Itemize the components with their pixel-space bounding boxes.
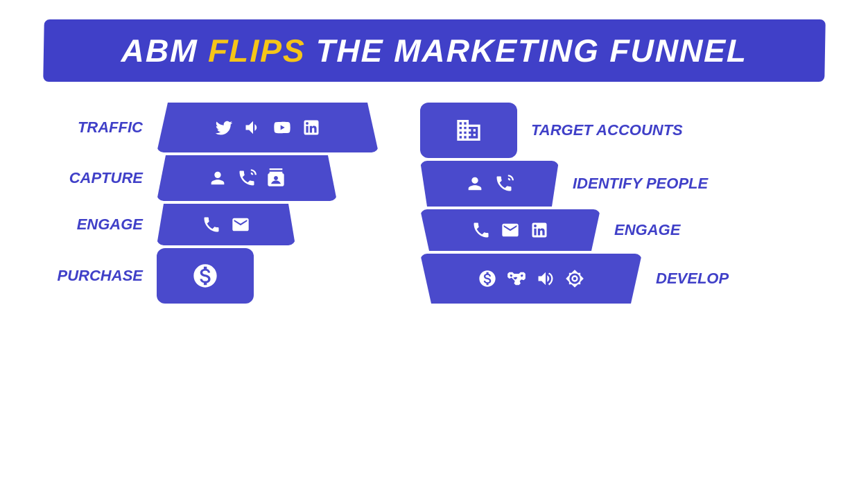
left-funnel: TRAFFIC bbox=[46, 103, 379, 306]
label-capture: CAPTURE bbox=[46, 169, 143, 187]
funnel-row-capture: CAPTURE bbox=[46, 155, 337, 201]
funnel-row-purchase: PURCHASE bbox=[46, 248, 254, 304]
header-prefix: ABM bbox=[121, 33, 208, 69]
funnel-tier3 bbox=[157, 204, 295, 245]
person2-icon bbox=[465, 174, 485, 193]
funnel-row-engage: ENGAGE bbox=[46, 204, 295, 245]
email2-icon bbox=[501, 220, 520, 240]
header-title: ABM FLIPS THE MARKETING FUNNEL bbox=[121, 33, 747, 69]
pyramid-row-engage-right: ENGAGE bbox=[420, 209, 781, 251]
linkedin2-icon bbox=[530, 220, 549, 240]
dollar-icon bbox=[191, 262, 219, 290]
phone-ring2-icon bbox=[494, 174, 514, 193]
funnel-row-traffic: TRAFFIC bbox=[46, 103, 379, 152]
pyramid-row-identify: IDENTIFY PEOPLE bbox=[420, 161, 739, 207]
label-traffic: TRAFFIC bbox=[46, 119, 143, 137]
phone-icon bbox=[202, 215, 221, 234]
twitter-icon bbox=[214, 118, 234, 137]
pyramid-tier2 bbox=[420, 161, 559, 207]
building-icon bbox=[455, 116, 483, 144]
person-gear-icon bbox=[565, 269, 584, 288]
right-pyramid: TARGET ACCOUNTS IDENTIFY PEOPLE bbox=[420, 103, 822, 306]
funnel-tier4 bbox=[157, 248, 254, 304]
dollar2-icon bbox=[478, 269, 497, 288]
phone2-icon bbox=[471, 220, 491, 240]
label-engage: ENGAGE bbox=[46, 216, 143, 234]
pyramid-row-develop: DEVELOP bbox=[420, 254, 822, 304]
label-target-accounts: TARGET ACCOUNTS bbox=[531, 121, 697, 139]
label-develop: DEVELOP bbox=[656, 270, 822, 288]
pyramid-tier3 bbox=[420, 209, 600, 251]
pyramid-tier4 bbox=[420, 254, 642, 304]
youtube-icon bbox=[272, 118, 292, 137]
label-identify-people: IDENTIFY PEOPLE bbox=[573, 175, 739, 193]
pyramid-tier1 bbox=[420, 103, 517, 158]
header-highlight: FLIPS bbox=[207, 33, 305, 69]
header-suffix: THE MARKETING FUNNEL bbox=[305, 33, 747, 69]
megaphone-icon bbox=[243, 118, 263, 137]
email-icon bbox=[231, 215, 250, 234]
phone-ring-icon bbox=[237, 168, 257, 188]
contacts-icon bbox=[266, 168, 286, 188]
page-container: ABM FLIPS THE MARKETING FUNNEL TRAFFIC bbox=[0, 0, 868, 499]
funnel-tier1 bbox=[157, 103, 379, 152]
megaphone2-icon bbox=[536, 269, 555, 288]
person-icon bbox=[208, 168, 227, 188]
label-purchase: PURCHASE bbox=[46, 267, 143, 285]
pyramid-row-target: TARGET ACCOUNTS bbox=[420, 103, 697, 158]
funnel-tier2 bbox=[157, 155, 337, 201]
linkedin-icon bbox=[302, 118, 321, 137]
handshake-icon bbox=[507, 269, 526, 288]
main-content: TRAFFIC bbox=[0, 103, 868, 306]
label-engage-right: ENGAGE bbox=[614, 221, 781, 239]
header-banner: ABM FLIPS THE MARKETING FUNNEL bbox=[43, 19, 825, 82]
